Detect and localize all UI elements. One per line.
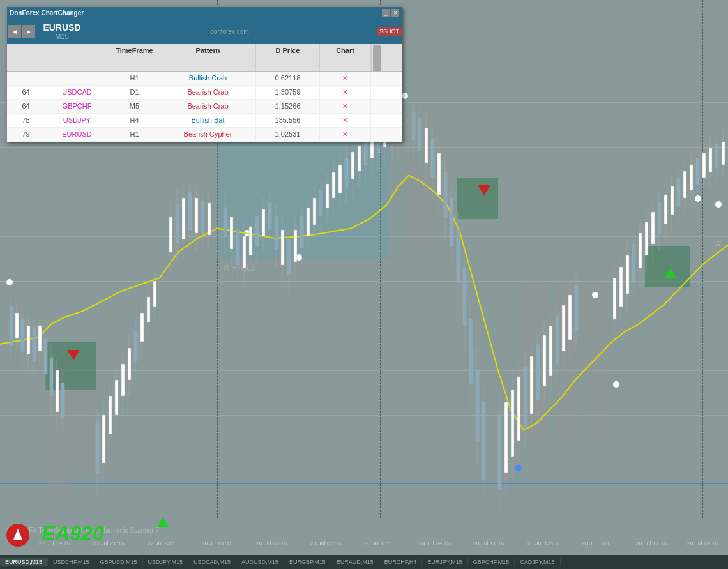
nav-forward-button[interactable]: ►: [22, 25, 35, 38]
col-header-timeframe: TimeFrame: [109, 44, 160, 71]
cell-0-5[interactable]: ✕: [320, 72, 371, 85]
symbol-tab-eurjpy-m15[interactable]: EURJPY,M15: [422, 558, 467, 566]
cell-3-0: 75: [7, 114, 45, 127]
cell-4-2: H1: [109, 128, 160, 141]
symbol-tab-audusd-m15[interactable]: AUDUSD,M15: [236, 558, 284, 566]
svg-rect-39: [115, 380, 118, 415]
harmonic-dot: [6, 279, 13, 285]
cell-4-1: EURUSD: [45, 128, 109, 141]
nav-back-button[interactable]: ◄: [8, 25, 21, 38]
table-row[interactable]: H1Bullish Crab0.62118✕: [7, 72, 402, 86]
zone-box: [584, 278, 607, 437]
cell-4-5[interactable]: ✕: [320, 128, 371, 141]
grid-line-h: [0, 505, 728, 505]
time-label: 28 Jul 17:15: [635, 540, 667, 547]
time-label: 28 Jul 01:15: [201, 540, 232, 547]
cell-4-3: Bearish Cypher: [160, 128, 256, 141]
currency-timeframe: M15: [55, 33, 68, 40]
col-header-pattern: Pattern: [160, 44, 256, 71]
title-controls[interactable]: _ ✕: [382, 9, 399, 17]
svg-rect-240: [613, 278, 616, 319]
time-label: 28 Jul 05:15: [310, 540, 341, 547]
svg-rect-186: [457, 230, 460, 281]
svg-rect-12: [33, 329, 36, 361]
svg-rect-183: [450, 198, 453, 246]
cell-0-3: Bullish Crab: [160, 72, 256, 85]
harmonic-dot: [244, 230, 250, 236]
blue-support-line: [0, 483, 728, 484]
cell-1-3: Bearish Crab: [160, 86, 256, 99]
svg-rect-249: [632, 244, 635, 281]
svg-rect-276: [690, 165, 693, 190]
symbol-tab-cadjpy-m15[interactable]: CADJPY,M15: [515, 558, 560, 566]
svg-rect-258: [651, 212, 655, 244]
scrollbar[interactable]: [371, 44, 381, 71]
table-row[interactable]: 64GBPCHFM5Bearish Crab1.15266✕: [7, 100, 402, 114]
table-row[interactable]: 64USDCADD1Bearish Crab1.30759✕: [7, 86, 402, 100]
svg-rect-69: [188, 192, 192, 230]
time-label: 27 Jul 23:15: [147, 540, 178, 547]
bear-arrow-2: [478, 185, 490, 195]
time-label: 28 Jul 07:15: [364, 540, 395, 547]
svg-rect-207: [511, 390, 514, 457]
currency-symbol: EURUSD: [43, 22, 80, 33]
currency-display: EURUSD M15: [36, 19, 87, 44]
svg-rect-48: [134, 332, 137, 361]
cell-2-5[interactable]: ✕: [320, 100, 371, 113]
svg-rect-45: [128, 348, 131, 380]
cell-3-2: H4: [109, 114, 160, 127]
symbol-tab-usdjpy-m15[interactable]: USDJPY,M15: [143, 558, 188, 566]
grid-line-h: [0, 460, 728, 460]
cell-3-4: 135.556: [256, 114, 320, 127]
panel-window: DonForex ChartChanger _ ✕ ◄ ► EURUSD M15…: [6, 6, 402, 142]
minimize-button[interactable]: _: [382, 9, 390, 17]
symbol-tab-gbpusd-m15[interactable]: GBPUSD,M15: [95, 558, 143, 566]
zone-box: [524, 278, 546, 437]
time-label: 28 Jul 03:15: [255, 540, 287, 547]
symbol-tab-usdcad-m15[interactable]: USDCAD,M15: [188, 558, 236, 566]
scrollbar-thumb[interactable]: [373, 45, 381, 71]
symbol-tab-usdchf-m15[interactable]: USDCHF,M15: [48, 558, 95, 566]
table-row[interactable]: 75USDJPYH4Bullish Bat135.556✕: [7, 114, 402, 128]
grid-line-h: [0, 415, 728, 416]
watermark-text: EA920: [42, 522, 104, 545]
cell-0-4: 0.62118: [256, 72, 320, 85]
cell-3-1: USDJPY: [45, 114, 109, 127]
cell-1-1: USDCAD: [45, 86, 109, 99]
cell-2-3: Bearish Crab: [160, 100, 256, 113]
cell-1-5[interactable]: ✕: [320, 86, 371, 99]
close-button[interactable]: ✕: [391, 9, 399, 17]
col-header-chart: Chart: [320, 44, 371, 71]
cell-3-5[interactable]: ✕: [320, 114, 371, 127]
symbol-tab-eurusd-m15[interactable]: EURUSD,M15: [0, 558, 48, 566]
svg-rect-33: [102, 415, 105, 463]
time-label: 28 Jul 09:15: [418, 540, 450, 547]
svg-rect-225: [549, 326, 552, 376]
symbol-tab-euraud-m15[interactable]: EURAUD,M15: [331, 558, 379, 566]
svg-rect-270: [677, 179, 680, 206]
grid-line-h: [0, 281, 728, 282]
svg-rect-60: [169, 217, 172, 252]
cell-0-0: [7, 72, 45, 85]
harmonic-dot: [296, 254, 302, 261]
svg-rect-195: [476, 370, 479, 441]
symbol-tab-gbpchf-m15[interactable]: GBPCHF,M15: [468, 558, 515, 566]
logo-area: [6, 524, 29, 547]
zone-box: [409, 166, 431, 249]
cell-2-2: M5: [109, 100, 160, 113]
svg-rect-204: [504, 402, 508, 473]
symbol-tab-eurgbp-m15[interactable]: EURGBP,M15: [284, 558, 331, 566]
svg-rect-75: [201, 201, 204, 233]
svg-rect-189: [463, 268, 466, 326]
svg-rect-51: [140, 313, 144, 342]
cell-2-0: 64: [7, 100, 45, 113]
table-row[interactable]: 79EURUSDH1Bearish Cypher1.02531✕: [7, 128, 402, 142]
donforex-label: donforex.com: [87, 28, 372, 35]
logo-icon: [6, 524, 29, 547]
signal-box-bear-2: [457, 178, 498, 219]
cell-3-3: Bullish Bat: [160, 114, 256, 127]
sshot-button[interactable]: SSHOT: [377, 27, 402, 36]
svg-rect-42: [121, 364, 125, 396]
svg-rect-78: [208, 203, 211, 235]
symbol-tab-eurchf-h4[interactable]: EURCHF,H4: [379, 558, 423, 566]
